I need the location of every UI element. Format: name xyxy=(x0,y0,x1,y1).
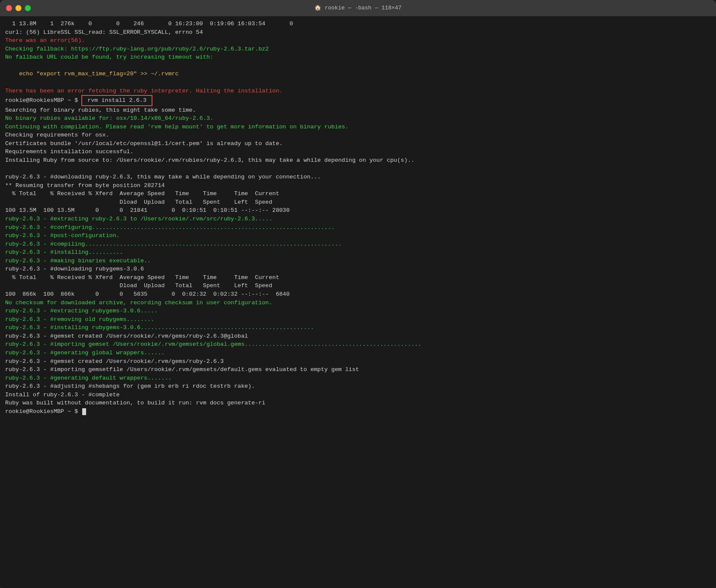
terminal-line: ruby-2.6.3 - #installing rubygems-3.0.6.… xyxy=(5,324,711,332)
terminal-line: ruby-2.6.3 - #post-configuration. xyxy=(5,232,711,240)
terminal-window: 🏠 rookie — -bash — 118×47 1 13.8M 1 276k… xyxy=(0,0,716,588)
window-title: 🏠 rookie — -bash — 118×47 xyxy=(314,4,401,12)
terminal-line: ruby-2.6.3 - #generating default wrapper… xyxy=(5,374,711,383)
terminal-line: ruby-2.6.3 - #downloading ruby-2.6.3, th… xyxy=(5,173,711,181)
terminal-line: Continuing with compilation. Please read… xyxy=(5,123,711,131)
terminal-line: Ruby was built without documentation, to… xyxy=(5,399,711,407)
terminal-line: Checking fallback: https://ftp.ruby-lang… xyxy=(5,45,711,53)
terminal-line: ruby-2.6.3 - #installing.......... xyxy=(5,248,711,257)
terminal-line: ruby-2.6.3 - #extracting rubygems-3.0.6.… xyxy=(5,307,711,315)
traffic-lights[interactable] xyxy=(6,5,31,11)
terminal-line: ruby-2.6.3 - #gemset created /Users/rook… xyxy=(5,357,711,366)
final-prompt-line: rookie@RookiesMBP ~ $ xyxy=(5,407,711,416)
terminal-line xyxy=(5,62,711,70)
terminal-line: Dload Upload Total Spent Left Speed xyxy=(5,198,711,207)
terminal-line: ruby-2.6.3 - #configuring...............… xyxy=(5,223,711,232)
terminal-line: Searching for binary rubies, this might … xyxy=(5,106,711,115)
terminal-line: Install of ruby-2.6.3 - #complete xyxy=(5,391,711,399)
titlebar: 🏠 rookie — -bash — 118×47 xyxy=(0,0,716,16)
terminal-line xyxy=(5,78,711,87)
terminal-line: No binary rubies available for: osx/10.1… xyxy=(5,114,711,123)
terminal-line: No fallback URL could be found, try incr… xyxy=(5,53,711,62)
terminal-line: ruby-2.6.3 - #making binaries executable… xyxy=(5,257,711,265)
terminal-line: echo "export rvm_max_time_flag=20" >> ~/… xyxy=(5,70,711,78)
prompt: rookie@RookiesMBP ~ xyxy=(5,96,75,105)
terminal-line: ruby-2.6.3 - #downloading rubygems-3.0.6 xyxy=(5,265,711,273)
cursor xyxy=(82,408,86,415)
final-prompt: rookie@RookiesMBP ~ $ xyxy=(5,407,81,416)
terminal-line: Installing Ruby from source to: /Users/r… xyxy=(5,156,711,165)
terminal-line: ruby-2.6.3 - #removing old rubygems.....… xyxy=(5,315,711,324)
terminal-line: ruby-2.6.3 - #importing gemsetfile /User… xyxy=(5,365,711,374)
terminal-line: There has been an error fetching the rub… xyxy=(5,87,711,95)
terminal-line: 100 866k 100 866k 0 0 5835 0 0:02:32 0:0… xyxy=(5,290,711,299)
terminal-line: There was an error(56). xyxy=(5,36,711,45)
terminal-line: ruby-2.6.3 - #compiling.................… xyxy=(5,240,711,249)
terminal-line: % Total % Received % Xferd Average Speed… xyxy=(5,190,711,198)
terminal-line: Checking requirements for osx. xyxy=(5,131,711,140)
terminal-line: Certificates bundle '/usr/local/etc/open… xyxy=(5,140,711,148)
terminal-line: 100 13.5M 100 13.5M 0 0 21841 0 0:10:51 … xyxy=(5,206,711,215)
terminal-line: % Total % Received % Xferd Average Speed… xyxy=(5,273,711,282)
maximize-button[interactable] xyxy=(25,5,31,11)
terminal-line: No checksum for downloaded archive, reco… xyxy=(5,299,711,307)
terminal-line: 1 13.8M 1 276k 0 0 246 0 16:23:00 0:19:0… xyxy=(5,20,711,28)
terminal-line: ruby-2.6.3 - #generating global wrappers… xyxy=(5,349,711,357)
terminal-line: ** Resuming transfer from byte position … xyxy=(5,181,711,190)
terminal-line: ruby-2.6.3 - #importing gemset /Users/ro… xyxy=(5,340,711,349)
minimize-button[interactable] xyxy=(15,5,21,11)
terminal-line: ruby-2.6.3 - #gemset created /Users/rook… xyxy=(5,332,711,341)
prompt-dollar: $ xyxy=(75,96,81,105)
terminal-line xyxy=(5,165,711,173)
terminal-line: curl: (56) LibreSSL SSL_read: SSL_ERROR_… xyxy=(5,28,711,37)
terminal-line: ruby-2.6.3 - #adjusting #shebangs for (g… xyxy=(5,382,711,391)
command-input[interactable]: rvm install 2.6.3 xyxy=(81,95,152,106)
terminal-line: Requirements installation successful. xyxy=(5,148,711,156)
terminal-body: 1 13.8M 1 276k 0 0 246 0 16:23:00 0:19:0… xyxy=(0,16,716,588)
command-line: rookie@RookiesMBP ~ $ rvm install 2.6.3 xyxy=(5,95,711,106)
close-button[interactable] xyxy=(6,5,12,11)
terminal-line: ruby-2.6.3 - #extracting ruby-2.6.3 to /… xyxy=(5,215,711,223)
terminal-line: Dload Upload Total Spent Left Speed xyxy=(5,282,711,290)
